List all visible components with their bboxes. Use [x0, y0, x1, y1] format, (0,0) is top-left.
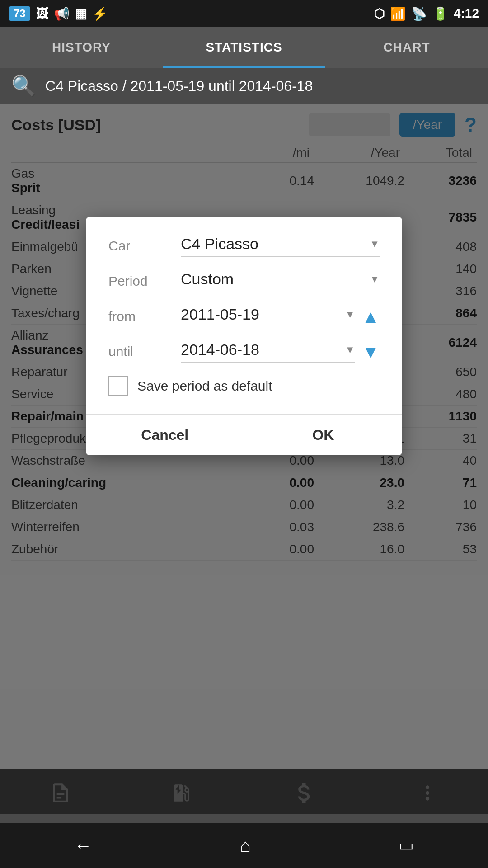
battery-icon: 🔋: [432, 6, 448, 21]
tab-chart[interactable]: CHART: [325, 27, 488, 68]
until-down-button[interactable]: ▼: [361, 342, 380, 362]
dialog-until-row: until 2014-06-18 ▼ ▼: [108, 341, 380, 363]
barcode-icon: ▦: [75, 6, 87, 21]
dialog-from-row: from 2011-05-19 ▼ ▲: [108, 306, 380, 327]
from-field-container: 2011-05-19 ▼ ▲: [181, 306, 380, 327]
until-field-container: 2014-06-18 ▼ ▼: [181, 341, 380, 363]
dialog-body: Car C4 Picasso ▼ Period Custom ▼: [86, 217, 402, 414]
content-area: Costs [USD] /Year ? /mi /Year Total Gas …: [0, 104, 488, 814]
status-bar: 73 🖼 📢 ▦ ⚡ ⬡ 📶 📡 🔋 4:12: [0, 0, 488, 27]
period-label: Period: [108, 274, 181, 289]
tab-statistics[interactable]: STATISTICS: [163, 27, 325, 68]
status-bar-left: 73 🖼 📢 ▦ ⚡: [9, 6, 108, 21]
android-nav: ← ⌂ ▭: [0, 823, 488, 868]
period-value: Custom: [181, 270, 234, 288]
cancel-button[interactable]: Cancel: [86, 415, 244, 455]
car-field[interactable]: C4 Picasso ▼: [181, 235, 380, 257]
bolt-icon: ⚡: [92, 6, 108, 21]
search-bar: 🔍 C4 Picasso / 2011-05-19 until 2014-06-…: [0, 68, 488, 104]
from-label: from: [108, 309, 181, 324]
car-label: Car: [108, 238, 181, 254]
from-dropdown-arrow: ▼: [345, 309, 355, 321]
signal-icon: 📡: [411, 6, 427, 21]
image-icon: 🖼: [36, 6, 48, 21]
search-text: C4 Picasso / 2011-05-19 until 2014-06-18: [45, 78, 313, 94]
until-dropdown-arrow: ▼: [345, 344, 355, 356]
dialog-period-row: Period Custom ▼: [108, 270, 380, 292]
bluetooth-icon: ⬡: [374, 6, 385, 21]
wifi-icon: 📶: [390, 6, 406, 21]
save-default-checkbox[interactable]: [108, 376, 128, 396]
dialog-buttons: Cancel OK: [86, 414, 402, 455]
period-dialog: Car C4 Picasso ▼ Period Custom ▼: [86, 217, 402, 455]
recent-button[interactable]: ▭: [399, 836, 414, 855]
nav-tabs: HISTORY STATISTICS CHART: [0, 27, 488, 68]
clock: 4:12: [454, 6, 479, 21]
save-default-row: Save period as default: [108, 376, 380, 396]
status-bar-right: ⬡ 📶 📡 🔋 4:12: [374, 6, 479, 21]
until-label: until: [108, 344, 181, 359]
car-value: C4 Picasso: [181, 235, 258, 253]
tab-history[interactable]: HISTORY: [0, 27, 163, 68]
until-value: 2014-06-18: [181, 341, 259, 359]
period-field[interactable]: Custom ▼: [181, 270, 380, 292]
home-button[interactable]: ⌂: [240, 835, 251, 856]
ok-button[interactable]: OK: [244, 415, 403, 455]
dialog-car-row: Car C4 Picasso ▼: [108, 235, 380, 257]
notification-count: 73: [9, 6, 30, 21]
save-default-label: Save period as default: [137, 378, 272, 394]
search-icon: 🔍: [11, 74, 36, 98]
volume-icon: 📢: [54, 6, 70, 21]
until-field[interactable]: 2014-06-18 ▼: [181, 341, 355, 363]
car-dropdown-arrow: ▼: [370, 238, 380, 250]
modal-overlay: Car C4 Picasso ▼ Period Custom ▼: [0, 104, 488, 814]
from-up-button[interactable]: ▲: [361, 307, 380, 327]
from-field[interactable]: 2011-05-19 ▼: [181, 306, 355, 327]
from-value: 2011-05-19: [181, 306, 259, 323]
period-dropdown-arrow: ▼: [370, 274, 380, 285]
back-button[interactable]: ←: [74, 835, 92, 856]
